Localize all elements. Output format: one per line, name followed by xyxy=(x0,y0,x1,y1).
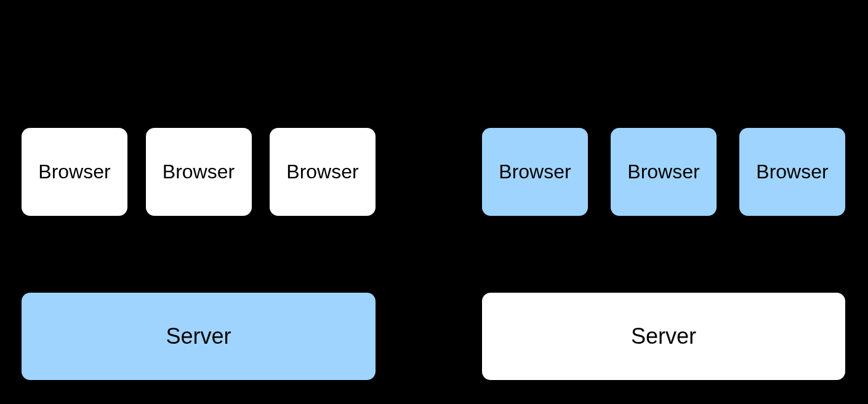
right-browser-row: Browser Browser Browser xyxy=(482,128,845,216)
left-browser-row: Browser Browser Browser xyxy=(22,128,376,216)
right-diagram: Browser Browser Browser Server xyxy=(482,0,845,404)
right-server-box: Server xyxy=(482,293,845,380)
left-browser-box: Browser xyxy=(22,128,127,216)
right-browser-box: Browser xyxy=(739,128,845,216)
right-browser-box: Browser xyxy=(611,128,717,216)
right-browser-box: Browser xyxy=(482,128,588,216)
left-diagram: Browser Browser Browser Server xyxy=(22,0,376,404)
left-server-box: Server xyxy=(22,293,376,380)
left-browser-box: Browser xyxy=(146,128,252,216)
left-browser-box: Browser xyxy=(270,128,376,216)
